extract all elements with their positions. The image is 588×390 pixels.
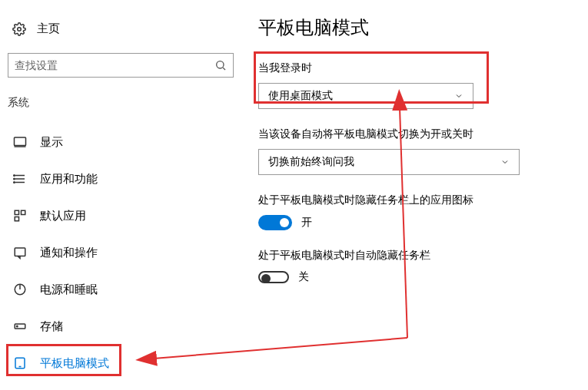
default-apps-icon xyxy=(12,208,28,223)
svg-rect-3 xyxy=(15,137,26,146)
nav-label: 应用和功能 xyxy=(40,172,98,187)
svg-point-1 xyxy=(217,61,224,68)
monitor-icon xyxy=(12,134,28,150)
nav-label: 存储 xyxy=(40,319,63,334)
signin-mode-dropdown[interactable]: 使用桌面模式 xyxy=(258,83,473,109)
gear-icon xyxy=(12,22,26,36)
chevron-down-icon xyxy=(454,91,463,101)
nav-notifications[interactable]: 通知和操作 xyxy=(8,234,238,271)
nav-power[interactable]: 电源和睡眠 xyxy=(8,271,238,308)
svg-point-8 xyxy=(14,175,15,177)
nav-tablet-mode[interactable]: 平板电脑模式 xyxy=(8,345,238,382)
search-input[interactable] xyxy=(8,53,234,78)
apps-icon xyxy=(12,171,28,187)
nav-label: 通知和操作 xyxy=(40,246,98,260)
svg-point-10 xyxy=(14,182,15,183)
hide-icons-toggle[interactable] xyxy=(258,215,292,230)
svg-rect-14 xyxy=(15,248,25,256)
nav-label: 平板电脑模式 xyxy=(40,356,109,371)
notification-icon xyxy=(12,245,28,260)
hide-taskbar-toggle[interactable] xyxy=(258,271,289,283)
section-label: 系统 xyxy=(8,93,238,113)
nav-display[interactable]: 显示 xyxy=(8,124,238,160)
svg-point-0 xyxy=(18,27,22,31)
nav-label: 默认应用 xyxy=(40,209,86,223)
setting3-label: 处于平板电脑模式时隐藏任务栏上的应用图标 xyxy=(258,193,573,207)
nav-list: 显示 应用和功能 默认应用 通知和操作 电源和睡眠 xyxy=(8,124,238,382)
storage-icon xyxy=(12,319,28,334)
dropdown-value: 使用桌面模式 xyxy=(268,89,333,103)
power-icon xyxy=(12,282,28,297)
page-title: 平板电脑模式 xyxy=(258,15,573,40)
chevron-down-icon xyxy=(500,157,510,167)
toggle-state: 关 xyxy=(298,270,309,284)
svg-rect-11 xyxy=(15,210,18,214)
svg-rect-12 xyxy=(22,210,25,214)
tablet-icon xyxy=(12,355,28,371)
nav-apps[interactable]: 应用和功能 xyxy=(8,160,238,197)
toggle-state: 开 xyxy=(301,216,312,230)
svg-rect-13 xyxy=(15,217,18,221)
home-label: 主页 xyxy=(37,21,60,36)
setting2-label: 当该设备自动将平板电脑模式切换为开或关时 xyxy=(258,127,573,141)
dropdown-value: 切换前始终询问我 xyxy=(268,155,354,169)
setting1-label: 当我登录时 xyxy=(258,61,573,75)
setting4-label: 处于平板电脑模式时自动隐藏任务栏 xyxy=(258,249,573,263)
auto-switch-dropdown[interactable]: 切换前始终询问我 xyxy=(258,149,520,175)
search-field[interactable] xyxy=(15,59,214,71)
home-button[interactable]: 主页 xyxy=(8,15,238,42)
nav-default-apps[interactable]: 默认应用 xyxy=(8,197,238,234)
nav-label: 显示 xyxy=(40,135,63,150)
svg-point-9 xyxy=(14,178,15,180)
svg-point-18 xyxy=(17,326,18,327)
search-icon xyxy=(214,59,227,71)
nav-label: 电源和睡眠 xyxy=(40,283,98,297)
svg-line-2 xyxy=(223,68,225,70)
nav-storage[interactable]: 存储 xyxy=(8,308,238,345)
